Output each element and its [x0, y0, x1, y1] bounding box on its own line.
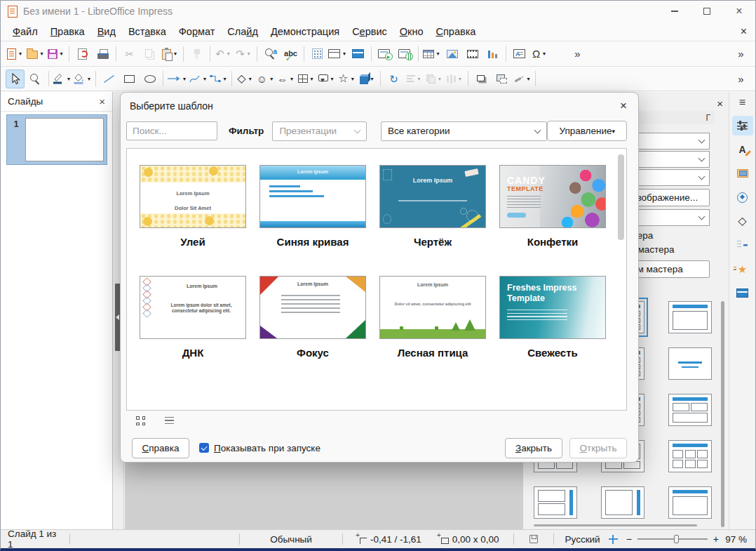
template-item-2[interactable]: Lorem IpsumСиняя кривая: [259, 165, 366, 248]
master-slide-button[interactable]: [349, 44, 367, 63]
spelling-button[interactable]: abc✓: [281, 44, 300, 63]
layout-item-vertical-2rows-bar[interactable]: [534, 486, 577, 519]
zoom-level[interactable]: 97 %: [719, 534, 755, 545]
shadow-button[interactable]: [472, 69, 491, 88]
save-button[interactable]: ▾: [46, 44, 65, 63]
dropdown-arrow-icon[interactable]: ▾: [246, 51, 252, 57]
layout-item-title-content[interactable]: [668, 301, 712, 333]
view-mode[interactable]: Обычный: [245, 534, 337, 545]
template-item-8[interactable]: Freshes Impress TemplateСвежесть: [499, 276, 606, 359]
rectangle-button[interactable]: [120, 69, 139, 88]
language-selector[interactable]: Русский: [565, 534, 600, 545]
template-item-7[interactable]: Lorem IpsumDolor sit amet, consectetur a…: [379, 276, 486, 359]
callouts-button[interactable]: ▾: [317, 69, 336, 88]
dropdown-arrow-icon[interactable]: ▾: [417, 76, 422, 82]
menu-slideshow[interactable]: Демонстрация: [264, 24, 346, 39]
slide-orientation-combobox[interactable]: я: [627, 151, 710, 168]
insert-image-button[interactable]: [443, 44, 461, 63]
zoom-slider[interactable]: [637, 538, 708, 540]
insert-media-button[interactable]: [463, 44, 482, 63]
master-slide-button[interactable]: им мастера: [627, 260, 710, 278]
layout-item-title-content[interactable]: [668, 486, 712, 519]
dropdown-arrow-icon[interactable]: ▾: [309, 76, 315, 82]
insert-textbox-button[interactable]: A: [510, 44, 529, 63]
layout-item-vertical-box-bar[interactable]: [601, 486, 644, 519]
fill-color-button[interactable]: ▾: [73, 69, 92, 88]
ellipse-button[interactable]: [140, 69, 159, 88]
symbol-shapes-button[interactable]: ☺▾: [256, 69, 275, 88]
minimize-button[interactable]: [659, 1, 691, 22]
zoom-slider-thumb[interactable]: [674, 535, 679, 543]
sidebar-scrollbar-horizontal[interactable]: [534, 524, 697, 526]
dropdown-arrow-icon[interactable]: ▾: [436, 51, 441, 57]
thumbnail-view-icon[interactable]: [136, 416, 145, 425]
template-list-scrollbar[interactable]: [618, 154, 624, 240]
toolbar-overflow-button[interactable]: »: [731, 44, 750, 63]
menu-view[interactable]: Вид: [91, 24, 122, 39]
dropdown-arrow-icon[interactable]: ▾: [202, 76, 208, 82]
template-item-5[interactable]: Lorem IpsumLorem ipsum dolor sit amet, c…: [140, 276, 246, 359]
basic-shapes-button[interactable]: ◇▾: [236, 69, 255, 88]
crop-image-button[interactable]: [492, 69, 511, 88]
paste-button[interactable]: ▾: [161, 44, 180, 63]
sidebar-deck-close-icon[interactable]: ×: [717, 98, 723, 109]
background-extent-combobox[interactable]: [627, 209, 710, 226]
dropdown-arrow-icon[interactable]: ▾: [182, 76, 187, 82]
dropdown-arrow-icon[interactable]: ▾: [342, 51, 347, 57]
menu-slide[interactable]: Слайд: [221, 24, 264, 39]
sidebar-tab-animation[interactable]: ★: [732, 259, 753, 279]
dropdown-arrow-icon[interactable]: ▾: [222, 76, 228, 82]
sidebar-tab-gallery[interactable]: [732, 164, 753, 183]
template-item-1[interactable]: Lorem IpsumDolor Sit AmetУлей: [140, 165, 246, 248]
flowchart-button[interactable]: ▾: [297, 69, 316, 88]
sidebar-tab-slide-transition[interactable]: [732, 235, 753, 255]
dropdown-arrow-icon[interactable]: ▾: [248, 76, 253, 82]
layout-item-title-2content-content[interactable]: [668, 394, 712, 426]
dropdown-arrow-icon[interactable]: ▾: [289, 76, 295, 82]
help-button[interactable]: Справка: [132, 438, 189, 458]
insert-chart-button[interactable]: [483, 44, 502, 63]
close-dialog-button[interactable]: Закрыть: [505, 438, 562, 458]
menu-window[interactable]: Окно: [393, 24, 430, 39]
sidebar-tab-styles[interactable]: A: [732, 140, 753, 159]
slides-panel-close-icon[interactable]: ×: [99, 95, 105, 107]
display-views-button[interactable]: ▾: [328, 44, 347, 63]
sidebar-tab-navigator[interactable]: [732, 187, 753, 207]
sidebar-menu-icon[interactable]: ≡: [729, 96, 755, 109]
close-document-icon[interactable]: ×: [741, 25, 747, 38]
category-combobox[interactable]: Все категории: [381, 121, 548, 141]
dropdown-arrow-icon[interactable]: ▾: [330, 76, 335, 82]
connector-button[interactable]: ▾: [209, 69, 228, 88]
dropdown-arrow-icon[interactable]: ▾: [526, 76, 532, 82]
layout-item-title-6content[interactable]: [668, 440, 712, 472]
maximize-button[interactable]: [691, 1, 723, 22]
slide-format-combobox[interactable]: [627, 133, 710, 150]
manage-button[interactable]: Управление▾: [547, 121, 627, 141]
open-folder-button[interactable]: ▾: [26, 44, 45, 63]
dropdown-arrow-icon[interactable]: ▾: [59, 51, 65, 57]
insert-table-button[interactable]: ▾: [422, 44, 441, 63]
dropdown-arrow-icon[interactable]: ▾: [457, 76, 463, 82]
dropdown-arrow-icon[interactable]: ▾: [269, 76, 274, 82]
select-button[interactable]: [6, 69, 25, 88]
export-pdf-button[interactable]: [73, 44, 92, 63]
menu-help[interactable]: Справка: [430, 24, 482, 39]
find-replace-button[interactable]: a: [261, 44, 280, 63]
dropdown-arrow-icon[interactable]: ▾: [66, 76, 72, 82]
template-item-6[interactable]: Lorem IpsumФокус: [259, 276, 366, 359]
print-button[interactable]: [93, 44, 112, 63]
curve-button[interactable]: ▾: [189, 69, 208, 88]
line-button[interactable]: [100, 69, 119, 88]
zoom-out-button[interactable]: −: [626, 533, 632, 545]
zoom-in-button[interactable]: +: [713, 533, 719, 545]
menu-file[interactable]: Файл: [6, 24, 44, 39]
3d-objects-button[interactable]: ▾: [358, 69, 377, 88]
menu-insert[interactable]: Вставка: [122, 24, 173, 39]
image-filter-button[interactable]: ▾: [513, 69, 532, 88]
menu-edit[interactable]: Правка: [44, 24, 91, 39]
dialog-close-icon[interactable]: ×: [620, 99, 627, 113]
start-current-slide-button[interactable]: [396, 44, 414, 63]
fit-slide-icon[interactable]: [609, 535, 618, 544]
dropdown-arrow-icon[interactable]: ▾: [437, 76, 443, 82]
dropdown-arrow-icon[interactable]: ▾: [226, 51, 231, 57]
